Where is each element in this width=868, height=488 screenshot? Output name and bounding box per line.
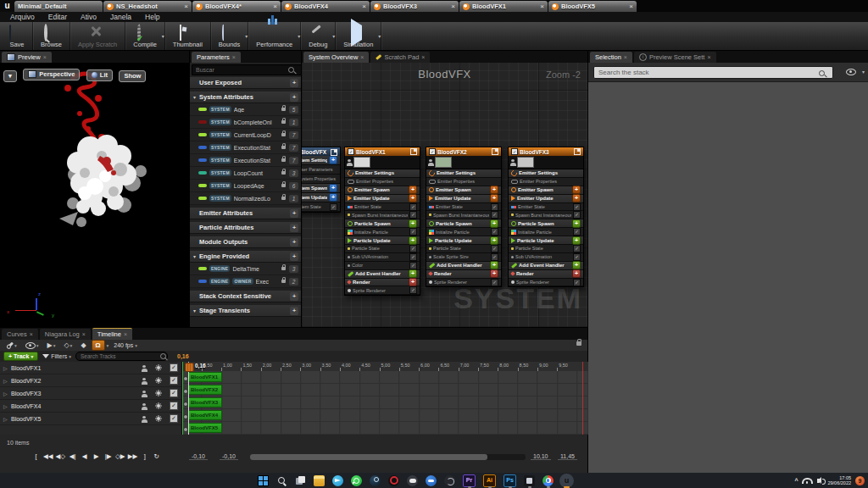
module-row[interactable]: Emitter Spawn+ [509, 186, 583, 195]
parameter-row[interactable]: ENGINEDeltaTime3 [190, 263, 301, 275]
close-icon[interactable]: × [540, 3, 544, 10]
tab-system-overview[interactable]: System Overview× [303, 52, 369, 63]
module-row[interactable]: Emitter State [426, 203, 501, 212]
module-enabled-checkbox[interactable] [573, 253, 581, 261]
timeline-clip[interactable]: BloodVFX4 [188, 410, 222, 420]
track-user-icon[interactable] [142, 391, 146, 393]
opera-icon[interactable] [388, 475, 399, 486]
timeline-view-options-button[interactable]: ▾ [22, 341, 42, 350]
close-icon[interactable]: × [362, 3, 366, 10]
add-parameter-button[interactable]: + [290, 93, 298, 102]
parameter-row[interactable]: SYSTEMNormalizedLo1 [190, 192, 301, 205]
add-module-button[interactable]: + [409, 194, 417, 202]
expand-arrow-icon[interactable]: ▷ [3, 378, 11, 384]
window-tab[interactable]: BloodVFX3× [370, 1, 459, 12]
open-in-new-icon[interactable] [410, 148, 417, 155]
add-parameter-button[interactable]: + [290, 238, 298, 247]
lock-icon[interactable] [576, 341, 581, 346]
close-icon[interactable]: × [624, 54, 627, 60]
module-enabled-checkbox[interactable] [573, 203, 581, 211]
notification-badge[interactable]: 9 [855, 476, 865, 485]
module-row[interactable]: Emitter Update+ [345, 195, 420, 203]
add-module-button[interactable]: + [490, 219, 498, 228]
view-options-eye-icon[interactable] [846, 69, 856, 75]
module-row[interactable]: System Spawn+ [302, 184, 340, 193]
clip-row[interactable]: BloodVFX4 [182, 409, 588, 422]
module-row[interactable]: Particle Spawn+ [426, 219, 501, 228]
add-module-button[interactable]: + [329, 193, 337, 202]
add-module-button[interactable]: + [572, 261, 581, 269]
add-module-button[interactable]: + [409, 269, 417, 278]
toolbar-button-debug[interactable]: Debug▾ [301, 22, 336, 50]
tab-scratch-pad[interactable]: Scratch Pad× [370, 52, 430, 63]
view-end-field[interactable]: 11,45 [558, 453, 577, 460]
module-row[interactable]: Initialize Particle [345, 228, 420, 236]
clip-row[interactable]: BloodVFX2 [182, 384, 588, 396]
menu-item[interactable]: Arquivo [3, 13, 42, 21]
transport-button[interactable]: ◀| [67, 452, 78, 462]
add-parameter-button[interactable]: + [290, 224, 298, 232]
module-row[interactable]: Render+ [426, 270, 501, 279]
add-module-button[interactable]: + [409, 278, 417, 286]
module-row[interactable]: Emitter Properties [345, 178, 420, 186]
timeline-clip[interactable]: BloodVFX3 [188, 397, 222, 408]
window-tab[interactable]: BloodVFX5× [548, 1, 637, 12]
tab-preview[interactable]: Preview × [2, 52, 52, 63]
module-row[interactable]: Scale Sprite Size [426, 253, 501, 262]
toolbar-button-browse[interactable]: Browse [33, 22, 70, 50]
add-module-button[interactable]: + [572, 269, 581, 278]
chevron-down-icon[interactable]: ▾ [332, 33, 335, 39]
module-row[interactable]: Spawn Burst Instantaneous [426, 211, 501, 219]
unreal-engine-icon[interactable]: u [561, 475, 572, 486]
module-row[interactable]: Particle State [426, 245, 501, 253]
tab-timeline[interactable]: Timeline× [92, 328, 132, 340]
app-dark-2-icon[interactable] [524, 475, 535, 486]
section-expand-icon[interactable]: ▾ [193, 253, 199, 259]
expand-arrow-icon[interactable]: ▷ [3, 391, 11, 396]
module-row[interactable]: Spawn Burst Instantaneous [345, 211, 420, 219]
taskbar-clock[interactable]: 17:05 29/06/2022 [827, 475, 851, 486]
emitter-thumbnail[interactable] [517, 157, 534, 168]
timeline-clip[interactable]: BloodVFX2 [188, 385, 222, 395]
add-module-button[interactable]: + [572, 186, 581, 194]
parameter-row[interactable]: SYSTEMLoopCount3 [190, 167, 301, 180]
module-row[interactable]: Particle Update+ [509, 236, 583, 245]
close-icon[interactable]: × [360, 54, 364, 60]
module-row[interactable]: Render+ [345, 279, 420, 287]
add-track-button[interactable]: + Track ▾ [3, 352, 38, 361]
add-module-button[interactable]: + [572, 219, 581, 228]
tray-expand-icon[interactable]: ^ [794, 478, 798, 484]
timeline-scrollbar[interactable] [250, 454, 526, 460]
close-icon[interactable]: × [43, 54, 47, 60]
module-row[interactable]: Particle Spawn+ [345, 219, 420, 228]
system-node[interactable]: BloodVFXSystem Settings+User ParametersS… [302, 147, 341, 213]
lit-button[interactable]: Lit [86, 69, 113, 81]
track-burst-icon[interactable] [157, 404, 160, 408]
close-icon[interactable]: × [451, 3, 455, 10]
module-enabled-checkbox[interactable] [409, 253, 417, 261]
parameter-row[interactable]: SYSTEMAge5 [190, 103, 301, 116]
parameter-section-header[interactable]: Particle Attributes+ [190, 222, 301, 234]
track-user-icon[interactable] [142, 365, 146, 368]
parameter-section-header[interactable]: ▾Engine Provided+ [190, 251, 301, 263]
transport-button[interactable]: ↻ [151, 452, 162, 462]
add-module-button[interactable]: + [490, 194, 498, 202]
module-enabled-checkbox[interactable] [491, 245, 498, 252]
volume-icon[interactable] [817, 479, 820, 483]
track-row[interactable]: ▷BloodVFX5 [0, 413, 181, 425]
photoshop-icon[interactable]: Ps [504, 474, 516, 487]
node-graph-canvas[interactable]: BloodVFX Zoom -2 SYSTEM BloodVFXSystem S… [302, 63, 587, 327]
transport-button[interactable]: ◀ [79, 452, 90, 462]
open-in-new-icon[interactable] [331, 149, 337, 156]
module-enabled-checkbox[interactable] [573, 211, 581, 219]
menu-item[interactable]: Help [138, 13, 166, 21]
track-enabled-checkbox[interactable] [170, 414, 178, 423]
toolbar-button-thumbnail[interactable]: Thumbnail [165, 22, 211, 50]
module-row[interactable]: System Properties [302, 175, 340, 184]
app-blue-icon[interactable] [426, 475, 437, 486]
task-view-icon[interactable] [295, 475, 306, 486]
module-row[interactable]: Add Event Handler+ [345, 270, 420, 279]
add-module-button[interactable]: + [490, 269, 498, 278]
module-row[interactable]: Emitter Properties [426, 178, 501, 186]
add-module-button[interactable]: + [329, 156, 337, 164]
